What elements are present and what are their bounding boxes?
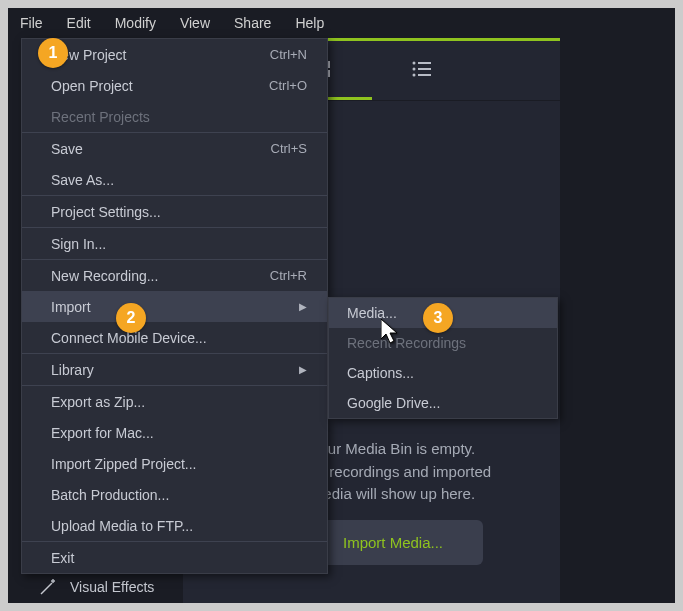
- menu-label: Open Project: [51, 78, 133, 94]
- menu-help[interactable]: Help: [283, 10, 336, 36]
- svg-rect-7: [418, 68, 431, 70]
- menu-label: Import Zipped Project...: [51, 456, 197, 472]
- menu-label: Library: [51, 362, 94, 378]
- menubar: File Edit Modify View Share Help: [8, 8, 675, 38]
- file-menu-export-mac[interactable]: Export for Mac...: [22, 417, 327, 448]
- menu-label: Sign In...: [51, 236, 106, 252]
- right-pane: [560, 38, 675, 603]
- svg-point-6: [412, 68, 415, 71]
- tab-list-view[interactable]: [372, 41, 472, 100]
- shortcut: Ctrl+N: [270, 47, 307, 62]
- annotation-marker-2: 2: [116, 303, 146, 333]
- menu-label: Recent Projects: [51, 109, 150, 125]
- menu-label: Batch Production...: [51, 487, 169, 503]
- sidebar-item-label: Visual Effects: [70, 579, 154, 595]
- chevron-right-icon: ▶: [299, 301, 307, 312]
- file-menu: New Project Ctrl+N Open Project Ctrl+O R…: [21, 38, 328, 574]
- file-menu-connect-mobile[interactable]: Connect Mobile Device...: [22, 322, 327, 353]
- menu-label: New Recording...: [51, 268, 158, 284]
- menu-share[interactable]: Share: [222, 10, 283, 36]
- file-menu-open-project[interactable]: Open Project Ctrl+O: [22, 70, 327, 101]
- import-google-drive[interactable]: Google Drive...: [329, 388, 557, 418]
- menu-modify[interactable]: Modify: [103, 10, 168, 36]
- shortcut: Ctrl+R: [270, 268, 307, 283]
- file-menu-new-recording[interactable]: New Recording... Ctrl+R: [22, 260, 327, 291]
- menu-label: Save: [51, 141, 83, 157]
- menu-view[interactable]: View: [168, 10, 222, 36]
- wand-icon: [38, 577, 58, 597]
- svg-rect-5: [418, 62, 431, 64]
- sidebar-item-visual-effects[interactable]: Visual Effects: [38, 577, 154, 597]
- file-menu-save-as[interactable]: Save As...: [22, 164, 327, 195]
- file-menu-sign-in[interactable]: Sign In...: [22, 228, 327, 259]
- file-menu-save[interactable]: Save Ctrl+S: [22, 133, 327, 164]
- menu-label: Export for Mac...: [51, 425, 154, 441]
- shortcut: Ctrl+O: [269, 78, 307, 93]
- file-menu-recent-projects: Recent Projects: [22, 101, 327, 132]
- menu-label: Import: [51, 299, 91, 315]
- file-menu-import-zipped[interactable]: Import Zipped Project...: [22, 448, 327, 479]
- menu-label: Save As...: [51, 172, 114, 188]
- menu-edit[interactable]: Edit: [55, 10, 103, 36]
- file-menu-library[interactable]: Library ▶: [22, 354, 327, 385]
- file-menu-project-settings[interactable]: Project Settings...: [22, 196, 327, 227]
- menu-file[interactable]: File: [8, 10, 55, 36]
- svg-marker-13: [381, 319, 397, 343]
- list-icon: [411, 59, 433, 79]
- import-media-button[interactable]: Import Media...: [303, 520, 483, 565]
- file-menu-upload-ftp[interactable]: Upload Media to FTP...: [22, 510, 327, 541]
- menu-label: Export as Zip...: [51, 394, 145, 410]
- svg-line-10: [41, 583, 52, 594]
- shortcut: Ctrl+S: [271, 141, 307, 156]
- annotation-marker-1: 1: [38, 38, 68, 68]
- svg-point-8: [412, 74, 415, 77]
- menu-label: Exit: [51, 550, 74, 566]
- file-menu-export-zip[interactable]: Export as Zip...: [22, 386, 327, 417]
- file-menu-import[interactable]: Import ▶: [22, 291, 327, 322]
- menu-label: Project Settings...: [51, 204, 161, 220]
- chevron-right-icon: ▶: [299, 364, 307, 375]
- svg-point-4: [412, 62, 415, 65]
- menu-label: Upload Media to FTP...: [51, 518, 193, 534]
- file-menu-exit[interactable]: Exit: [22, 542, 327, 573]
- import-recent-recordings: Recent Recordings: [329, 328, 557, 358]
- file-menu-batch[interactable]: Batch Production...: [22, 479, 327, 510]
- svg-rect-9: [418, 74, 431, 76]
- annotation-marker-3: 3: [423, 303, 453, 333]
- import-captions[interactable]: Captions...: [329, 358, 557, 388]
- app-window: File Edit Modify View Share Help Me: [8, 8, 675, 603]
- cursor-icon: [381, 319, 401, 349]
